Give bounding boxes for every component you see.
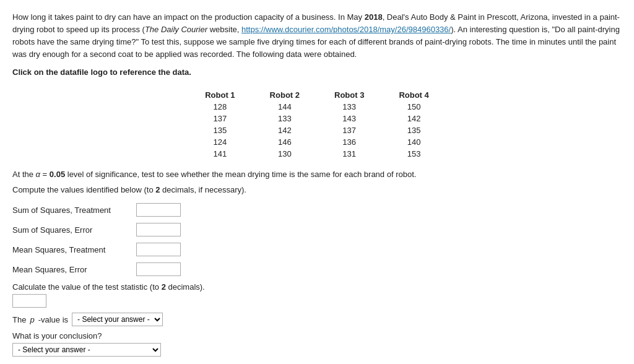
significance-line: At the α = 0.05 level of significance, t… [12,168,622,181]
table-cell-r3c3: 137 [317,124,381,136]
conclusion-label: What is your conclusion? [12,331,622,340]
col-header-r1: Robot 1 [188,89,252,101]
pvalue-line: The p-value is - Select your answer -les… [12,313,622,326]
test-stat-text-2: decimals). [166,282,205,292]
compute-text-1: Compute the values identified below (to [12,185,155,194]
col-header-r2: Robot 2 [253,89,317,101]
conclusion-section: What is your conclusion? - Select your a… [12,331,622,357]
table-cell-r3c2: 142 [253,124,317,136]
table-cell-r2c2: 133 [253,113,317,124]
alpha-val: 0.05 [50,170,65,179]
intro-text-1c: website, [207,25,241,34]
source-link[interactable]: https://www.dcourier.com/photos/2018/may… [241,25,451,34]
pvalue-text-2: -value is [38,315,68,324]
ms-treatment-input[interactable] [136,243,181,256]
table-cell-r4c1: 124 [188,136,252,148]
click-instruction: Click on the datafile logo to reference … [12,67,622,77]
sig-text-1: At the [12,170,36,179]
test-stat-bold: 2 [162,282,166,292]
test-stat-section: Calculate the value of the test statisti… [12,282,622,308]
table-cell-r1c1: 128 [188,101,252,113]
ms-treatment-row: Mean Squares, Treatment [12,243,622,256]
alpha-sym: α [36,170,40,179]
col-header-r4: Robot 4 [381,89,446,101]
ss-error-row: Sum of Squares, Error [12,223,622,236]
sig-text-2: level of significance, test to see wheth… [65,170,416,179]
ms-error-row: Mean Squares, Error [12,262,622,276]
ms-error-label: Mean Squares, Error [12,265,136,274]
intro-text-1: How long it takes paint to dry can have … [12,12,365,22]
table-cell-r4c2: 146 [253,136,317,148]
ss-error-input[interactable] [136,223,181,236]
intro-paragraph: How long it takes paint to dry can have … [12,11,622,61]
compute-line: Compute the values identified below (to … [12,185,622,194]
table-cell-r2c1: 137 [188,113,252,124]
table-cell-r3c4: 135 [381,124,446,136]
table-cell-r5c4: 153 [381,148,446,160]
table-cell-r3c1: 135 [188,124,252,136]
test-stat-input[interactable] [12,294,46,308]
data-table-wrapper: Robot 1 Robot 2 Robot 3 Robot 4 12814413… [12,89,622,160]
table-cell-r2c3: 143 [317,113,381,124]
table-cell-r2c4: 142 [381,113,446,124]
pvalue-text-1: The [12,315,26,324]
table-cell-r1c3: 133 [317,101,381,113]
ms-error-input[interactable] [136,262,181,276]
ss-treatment-label: Sum of Squares, Treatment [12,206,136,215]
test-stat-label: Calculate the value of the test statisti… [12,282,622,292]
table-cell-r4c4: 140 [381,136,446,148]
table-cell-r5c2: 130 [253,148,317,160]
table-cell-r4c3: 136 [317,136,381,148]
table-cell-r1c2: 144 [253,101,317,113]
data-table: Robot 1 Robot 2 Robot 3 Robot 4 12814413… [188,89,446,160]
ss-treatment-row: Sum of Squares, Treatment [12,203,622,217]
ss-treatment-input[interactable] [136,203,181,217]
pvalue-select[interactable]: - Select your answer -less than .01betwe… [72,313,163,326]
table-cell-r5c1: 141 [188,148,252,160]
col-header-r3: Robot 3 [317,89,381,101]
source-italic: The Daily Courier [145,25,207,34]
table-cell-r1c4: 150 [381,101,446,113]
ss-error-label: Sum of Squares, Error [12,225,136,235]
test-stat-text-1: Calculate the value of the test statisti… [12,282,162,292]
pvalue-italic: p [30,315,34,324]
table-cell-r5c3: 131 [317,148,381,160]
year-bold: 2018 [365,12,383,22]
conclusion-select[interactable]: - Select your answer -Reject H0Do not re… [12,343,161,357]
compute-text-2: decimals, if necessary). [160,185,246,194]
ms-treatment-label: Mean Squares, Treatment [12,245,136,254]
